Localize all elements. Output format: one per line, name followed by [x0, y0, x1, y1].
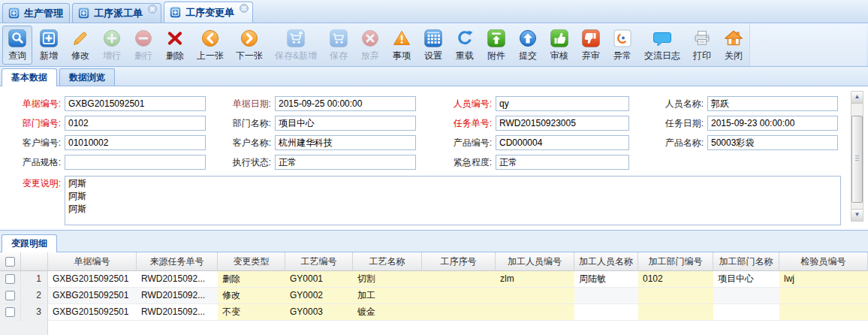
row-checkbox[interactable] [5, 291, 15, 300]
close-icon[interactable] [240, 4, 249, 13]
next-doc-button[interactable]: 下一张 [231, 26, 268, 65]
matters-button[interactable]: 事项 [387, 26, 417, 65]
tab-data-browse[interactable]: 数据浏览 [59, 68, 115, 86]
grid-select-all-header[interactable] [0, 252, 21, 271]
grid-header-source-task-no[interactable]: 来源任务单号 [137, 252, 218, 271]
chat-log-button[interactable]: 交流日志 [639, 26, 686, 65]
print-button[interactable]: 打印 [687, 26, 717, 65]
tab-change-detail[interactable]: 变跟明细 [2, 234, 57, 252]
exception-button[interactable]: 异常 [607, 26, 637, 65]
window-tab-process-dispatch-order[interactable]: 工序派工单 [72, 3, 161, 23]
table-row[interactable]: 1GXBG2015092501RWD2015092...删除GY0001切割zl… [0, 271, 868, 288]
cell-worker-no[interactable]: zlm [496, 271, 574, 288]
scrollbar-thumb[interactable] [851, 116, 863, 203]
cell-step-no[interactable] [422, 271, 496, 288]
delete-button[interactable]: 删除 [160, 26, 190, 65]
cell-process-name[interactable]: 镀金 [353, 304, 422, 321]
person-name-field[interactable] [707, 96, 838, 111]
row-select-cell[interactable] [0, 288, 21, 304]
grid-header-change-type[interactable]: 变更类型 [218, 252, 285, 271]
cell-source-task-no[interactable]: RWD2015092... [137, 271, 218, 288]
cell-worker-name[interactable] [574, 304, 638, 321]
scroll-up-icon[interactable]: ▲ [851, 92, 863, 104]
window-tab-process-change-order[interactable]: 工序变更单 [164, 2, 253, 23]
unaudit-button[interactable]: 弃审 [576, 26, 606, 65]
cell-process-name[interactable]: 切割 [353, 271, 422, 288]
person-no-field[interactable] [496, 96, 629, 111]
task-date-field[interactable] [707, 116, 838, 131]
doc-no-field[interactable] [65, 96, 206, 111]
cell-inspector-no[interactable] [779, 304, 868, 321]
cell-work-dept-name[interactable] [713, 304, 779, 321]
submit-button[interactable]: 提交 [513, 26, 543, 65]
attachment-button[interactable]: 附件 [481, 26, 511, 65]
modify-button[interactable]: 修改 [65, 26, 95, 65]
cell-change-type[interactable]: 删除 [218, 271, 285, 288]
dept-no-field[interactable] [65, 116, 206, 131]
task-no-field[interactable] [496, 116, 629, 131]
row-checkbox[interactable] [5, 274, 15, 284]
customer-no-field[interactable] [65, 135, 206, 150]
table-row[interactable]: 2GXBG2015092501RWD2015092...修改GY0002加工 [0, 288, 868, 304]
cell-process-no[interactable]: GY0001 [285, 271, 353, 288]
grid-header-process-name[interactable]: 工艺名称 [353, 252, 422, 271]
window-tab-production-management[interactable]: 生产管理 [2, 3, 70, 23]
change-note-textarea[interactable]: 阿斯 阿斯 阿斯 [65, 176, 841, 225]
tab-basic-data[interactable]: 基本数据 [2, 68, 57, 86]
cell-doc-no[interactable]: GXBG2015092501 [48, 271, 137, 288]
grid-header-rownum[interactable] [21, 252, 48, 271]
cell-step-no[interactable] [422, 304, 496, 321]
row-select-cell[interactable] [0, 304, 21, 321]
form-scrollbar[interactable]: ▲ ▼ [851, 91, 863, 222]
cell-inspector-no[interactable]: lwj [779, 271, 868, 288]
cell-worker-no[interactable] [496, 304, 574, 321]
product-spec-field[interactable] [65, 155, 206, 170]
row-checkbox[interactable] [5, 307, 15, 317]
exec-status-field[interactable] [275, 155, 416, 170]
cell-worker-name[interactable] [574, 288, 638, 304]
scroll-down-icon[interactable]: ▼ [851, 209, 863, 221]
cell-doc-no[interactable]: GXBG2015092501 [48, 304, 137, 321]
cell-process-no[interactable]: GY0003 [285, 304, 353, 321]
cell-work-dept-no[interactable]: 0102 [638, 271, 713, 288]
query-button[interactable]: 查询 [2, 26, 32, 65]
cell-process-name[interactable]: 加工 [353, 288, 422, 304]
cell-process-no[interactable]: GY0002 [285, 288, 353, 304]
product-name-field[interactable] [707, 135, 838, 150]
grid-header-worker-no[interactable]: 加工人员编号 [496, 252, 574, 271]
grid-header-inspector-no[interactable]: 检验员编号 [779, 252, 868, 271]
audit-button[interactable]: 审核 [544, 26, 574, 65]
cell-doc-no[interactable]: GXBG2015092501 [48, 288, 137, 304]
cell-work-dept-name[interactable] [713, 288, 779, 304]
select-all-checkbox[interactable] [5, 257, 15, 267]
grid-header-work-dept-name[interactable]: 加工部门名称 [713, 252, 779, 271]
grid-header-doc-no[interactable]: 单据编号 [48, 252, 137, 271]
close-icon[interactable] [148, 5, 157, 14]
add-button[interactable]: 新增 [34, 26, 64, 65]
scrollbar-track[interactable] [851, 104, 863, 209]
grid-header-step-no[interactable]: 工序序号 [422, 252, 496, 271]
cell-inspector-no[interactable] [779, 288, 868, 304]
cell-worker-name[interactable]: 周陆敏 [574, 271, 638, 288]
cell-work-dept-no[interactable] [638, 304, 713, 321]
cell-change-type[interactable]: 不变 [218, 304, 285, 321]
urgency-field[interactable] [496, 155, 629, 170]
grid-header-process-no[interactable]: 工艺编号 [285, 252, 353, 271]
row-select-cell[interactable] [0, 271, 21, 288]
dept-name-field[interactable] [275, 116, 416, 131]
cell-source-task-no[interactable]: RWD2015092... [137, 288, 218, 304]
grid-header-worker-name[interactable]: 加工人员名称 [574, 252, 638, 271]
doc-date-field[interactable] [275, 96, 416, 111]
cell-work-dept-no[interactable] [638, 288, 713, 304]
cell-step-no[interactable] [422, 288, 496, 304]
grid-header-work-dept-no[interactable]: 加工部门编号 [638, 252, 713, 271]
cell-change-type[interactable]: 修改 [218, 288, 285, 304]
cell-source-task-no[interactable]: RWD2015092... [137, 304, 218, 321]
settings-button[interactable]: 设置 [418, 26, 448, 65]
reload-button[interactable]: 重载 [450, 26, 480, 65]
close-button[interactable]: 关闭 [719, 26, 749, 65]
cell-worker-no[interactable] [496, 288, 574, 304]
table-row[interactable]: 3GXBG2015092501RWD2015092...不变GY0003镀金 [0, 304, 868, 321]
product-no-field[interactable] [496, 135, 629, 150]
cell-work-dept-name[interactable]: 项目中心 [713, 271, 779, 288]
